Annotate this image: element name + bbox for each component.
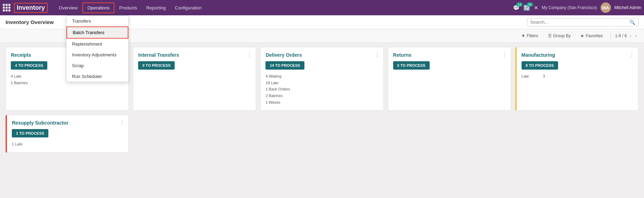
card-manufacturing[interactable]: Manufacturing ⋮ 8 TO PROCESS Late 3 bbox=[515, 47, 638, 111]
pagination: 1-6 / 6 ‹ › bbox=[615, 32, 638, 39]
card-delivery-stat-0: 4 Waiting bbox=[265, 73, 378, 80]
prev-page-button[interactable]: ‹ bbox=[628, 32, 633, 39]
company-name: My Company (San Francisco) bbox=[542, 5, 597, 10]
card-returns-process-btn[interactable]: 0 TO PROCESS bbox=[393, 61, 430, 70]
nav-operations[interactable]: Operations bbox=[82, 2, 114, 13]
card-manufacturing-stat-row: Late 3 bbox=[522, 73, 633, 80]
card-resupply-process-btn[interactable]: 1 TO PROCESS bbox=[12, 129, 48, 137]
card-manufacturing-menu[interactable]: ⋮ bbox=[629, 52, 635, 58]
favorites-label: Favorites bbox=[586, 33, 603, 38]
card-resupply-menu[interactable]: ⋮ bbox=[119, 119, 125, 126]
search-input[interactable] bbox=[530, 19, 629, 25]
filters-label: Filters bbox=[527, 33, 538, 38]
card-delivery-stat-2: 1 Back Orders bbox=[265, 86, 378, 93]
card-manufacturing-title: Manufacturing bbox=[522, 52, 633, 58]
search-area: 🔍 bbox=[527, 18, 638, 26]
card-delivery-stat-1: 18 Late bbox=[265, 80, 378, 86]
nav-configuration[interactable]: Configuration bbox=[171, 3, 206, 13]
card-delivery-orders-stats: 4 Waiting 18 Late 1 Back Orders 2 Batche… bbox=[265, 73, 378, 105]
apps-menu-icon[interactable] bbox=[3, 4, 10, 11]
card-manufacturing-stat-late: Late bbox=[522, 73, 529, 80]
topnav-right-area: 💬 13 🔄 34 ✕ My Company (San Francisco) M… bbox=[513, 2, 641, 13]
card-resupply-stat-0: 1 Late bbox=[12, 141, 124, 148]
favorites-button[interactable]: ★ Favorites bbox=[577, 32, 606, 40]
chat-icon-btn[interactable]: 💬 13 bbox=[513, 5, 520, 11]
filters-button[interactable]: ▼ Filters bbox=[518, 32, 542, 40]
pagination-text: 1-6 / 6 bbox=[615, 33, 627, 38]
dropdown-item-run-scheduler[interactable]: Run Scheduler bbox=[66, 71, 128, 82]
card-delivery-stat-3: 2 Batches bbox=[265, 93, 378, 99]
card-resupply-subcontractor[interactable]: Resupply Subcontractor ⋮ 1 TO PROCESS 1 … bbox=[6, 115, 129, 153]
toolbar-divider bbox=[611, 32, 611, 39]
next-page-button[interactable]: › bbox=[634, 32, 638, 39]
card-internal-transfers-menu[interactable]: ⋮ bbox=[247, 52, 252, 58]
main-menu: Overview Operations Products Reporting C… bbox=[55, 2, 513, 13]
filter-icon: ▼ bbox=[521, 33, 525, 38]
chat-badge: 13 bbox=[516, 2, 523, 7]
card-internal-transfers-title: Internal Transfers bbox=[138, 52, 251, 58]
user-avatar[interactable]: MA bbox=[601, 2, 611, 13]
card-returns-title: Returns bbox=[393, 52, 506, 58]
top-navigation: Inventory Overview Operations Products R… bbox=[0, 0, 644, 15]
nav-reporting[interactable]: Reporting bbox=[142, 3, 170, 13]
dropdown-item-inventory-adjustments[interactable]: Inventory Adjustments bbox=[66, 49, 128, 60]
card-manufacturing-stats: Late 3 bbox=[522, 73, 633, 80]
dropdown-item-batch-transfers[interactable]: Batch Transfers bbox=[66, 26, 128, 39]
card-internal-transfers-process-btn[interactable]: 0 TO PROCESS bbox=[138, 61, 175, 70]
groupby-label: Group By bbox=[553, 33, 571, 38]
activity-badge: 34 bbox=[527, 2, 533, 7]
search-icon[interactable]: 🔍 bbox=[629, 19, 635, 25]
card-delivery-orders-process-btn[interactable]: 14 TO PROCESS bbox=[265, 61, 304, 70]
card-delivery-orders-title: Delivery Orders bbox=[265, 52, 378, 58]
nav-products[interactable]: Products bbox=[115, 3, 141, 13]
dropdown-item-transfers[interactable]: Transfers bbox=[66, 16, 128, 26]
nav-overview[interactable]: Overview bbox=[55, 3, 82, 13]
cards-row-2: Resupply Subcontractor ⋮ 1 TO PROCESS 1 … bbox=[6, 115, 638, 153]
card-delivery-orders-menu[interactable]: ⋮ bbox=[374, 52, 380, 58]
card-delivery-orders[interactable]: Delivery Orders ⋮ 14 TO PROCESS 4 Waitin… bbox=[260, 47, 383, 111]
search-box[interactable]: 🔍 bbox=[527, 18, 638, 26]
activity-icon-btn[interactable]: 🔄 34 bbox=[523, 5, 530, 11]
dropdown-item-scrap[interactable]: Scrap bbox=[66, 60, 128, 71]
card-delivery-stat-4: 1 Waves bbox=[265, 99, 378, 106]
list-icon: ☰ bbox=[548, 33, 552, 38]
card-manufacturing-stat-count: 3 bbox=[543, 73, 545, 80]
page-title: Inventory Overview bbox=[6, 19, 54, 25]
star-icon: ★ bbox=[580, 33, 584, 38]
brand-inventory[interactable]: Inventory bbox=[14, 3, 48, 13]
operations-dropdown: Transfers Batch Transfers Replenishment … bbox=[66, 15, 129, 82]
card-manufacturing-process-btn[interactable]: 8 TO PROCESS bbox=[522, 61, 558, 70]
card-resupply-title: Resupply Subcontractor bbox=[12, 120, 124, 126]
card-resupply-stats: 1 Late bbox=[12, 141, 124, 148]
card-internal-transfers[interactable]: Internal Transfers ⋮ 0 TO PROCESS bbox=[133, 47, 256, 111]
groupby-button[interactable]: ☰ Group By bbox=[544, 32, 574, 40]
username-label: Mitchell Admin bbox=[614, 5, 641, 10]
card-returns[interactable]: Returns ⋮ 0 TO PROCESS bbox=[388, 47, 511, 111]
dropdown-item-replenishment[interactable]: Replenishment bbox=[66, 39, 128, 49]
card-receipts-process-btn[interactable]: 4 TO PROCESS bbox=[11, 61, 47, 70]
close-icon[interactable]: ✕ bbox=[534, 5, 538, 11]
card-returns-menu[interactable]: ⋮ bbox=[502, 52, 507, 58]
